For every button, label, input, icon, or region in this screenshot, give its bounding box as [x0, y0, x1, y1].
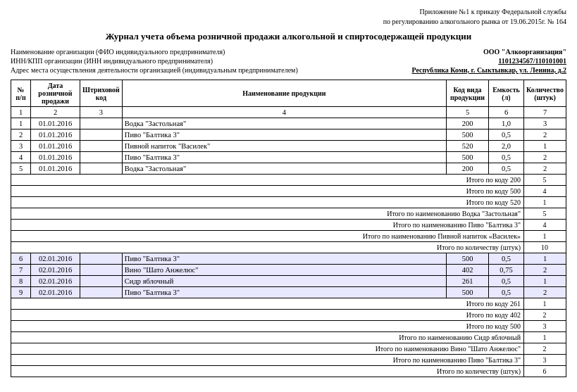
org-name-value: ООО "Алкоорганизация"	[483, 48, 566, 56]
org-inn-value: 1101234567/110101001	[498, 57, 566, 65]
th-qty: Количество(штук)	[524, 80, 566, 107]
th-code: Код видапродукции	[447, 80, 489, 107]
summary-row: Итого по коду 2005	[11, 175, 566, 186]
summary-row: Итого по наименованию Вино "Шато Анжелюс…	[11, 343, 566, 355]
page-title: Журнал учета объема розничной продажи ал…	[11, 31, 566, 42]
table-row: 301.01.2016Пивной напиток "Василек"5202,…	[11, 141, 566, 152]
summary-row: Итого по наименованию Пиво "Балтика 3"3	[11, 355, 566, 366]
appendix-line1: Приложение №1 к приказу Федеральной служ…	[11, 7, 566, 17]
org-inn-label: ИНН/КПП организации (ИНН индивидуального…	[11, 57, 491, 65]
summary-row: Итого по коду 5004	[11, 186, 566, 197]
summary-row: Итого по количеству (штук)6	[11, 366, 566, 377]
summary-row: Итого по коду 4022	[11, 310, 566, 321]
table-row: 501.01.2016Водка "Застольная"2000,52	[11, 163, 566, 175]
table-row: 401.01.2016Пиво "Балтика 3"5000,52	[11, 152, 566, 163]
summary-row: Итого по коду 2611	[11, 298, 566, 310]
table-row: 602.01.2016Пиво "Балтика 3"5000,51	[11, 253, 566, 265]
org-address-row: Адрес места осуществления деятельности о…	[11, 66, 566, 74]
summary-row: Итого по наименованию Сидр яблочный1	[11, 332, 566, 343]
th-barcode: Штриховойкод	[80, 80, 123, 107]
appendix-header: Приложение №1 к приказу Федеральной служ…	[11, 7, 566, 27]
appendix-line2: по регулированию алкогольного рынка от 1…	[11, 17, 566, 27]
org-address-label: Адрес места осуществления деятельности о…	[11, 66, 405, 74]
journal-table: №п/п Датарозничнойпродажи Штриховойкод Н…	[11, 80, 566, 377]
org-address-value: Республика Коми, г. Сыктывкар, ул. Ленин…	[412, 66, 567, 74]
table-row: 802.01.2016Сидр яблочный2610,51	[11, 276, 566, 287]
summary-row: Итого по коду 5201	[11, 197, 566, 208]
table-row: 101.01.2016Водка "Застольная"2001,03	[11, 118, 566, 129]
org-inn-row: ИНН/КПП организации (ИНН индивидуального…	[11, 57, 566, 65]
th-name: Наименование продукции	[122, 80, 446, 107]
table-row: 201.01.2016Пиво "Балтика 3"5000,52	[11, 129, 566, 141]
summary-row: Итого по наименованию Пивной напиток «Ва…	[11, 231, 566, 242]
table-col-index-row: 1 2 3 4 5 6 7	[11, 107, 566, 118]
summary-row: Итого по коду 5003	[11, 321, 566, 332]
th-volume: Емкость (л)	[489, 80, 524, 107]
org-name-row: Наименование организации (ФИО индивидуал…	[11, 48, 566, 56]
summary-row: Итого по наименованию Водка "Застольная"…	[11, 208, 566, 220]
table-row: 702.01.2016Вино "Шато Анжелюс"4020,752	[11, 265, 566, 276]
org-name-label: Наименование организации (ФИО индивидуал…	[11, 48, 476, 56]
table-row: 902.01.2016Пиво "Балтика 3"5000,52	[11, 287, 566, 298]
th-date: Датарозничнойпродажи	[31, 80, 80, 107]
summary-row: Итого по наименованию Пиво "Балтика 3"4	[11, 220, 566, 231]
th-num: №п/п	[11, 80, 31, 107]
summary-row: Итого по количеству (штук)10	[11, 242, 566, 253]
